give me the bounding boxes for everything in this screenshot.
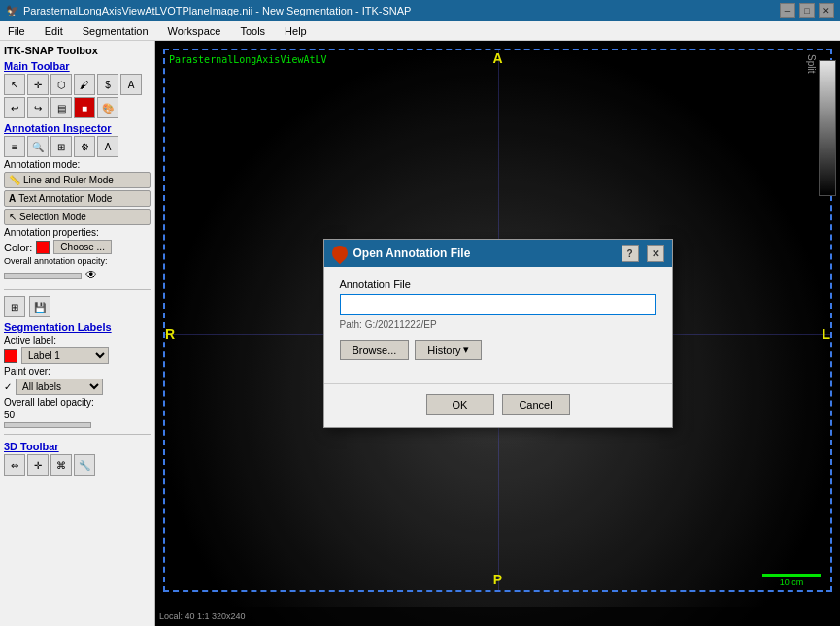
anno-tool5[interactable]: A (97, 136, 118, 157)
tool-polygon[interactable]: ⬡ (50, 74, 72, 95)
choose-color-btn[interactable]: Choose ... (53, 240, 112, 254)
main-toolbar-row1: ↖ ✛ ⬡ 🖌 $ A (4, 74, 151, 95)
dialog-help-button[interactable]: ? (622, 245, 639, 262)
tool-arrow[interactable]: ↖ (4, 74, 25, 95)
sidebar: ITK-SNAP Toolbox Main Toolbar ↖ ✛ ⬡ 🖌 $ … (0, 41, 155, 626)
divider2 (4, 434, 151, 435)
label-opacity-slider[interactable] (4, 422, 91, 428)
annotation-opacity-control-row: 👁 (4, 268, 151, 283)
annotation-properties-label: Annotation properties: (4, 227, 151, 238)
color-swatch[interactable] (36, 241, 50, 254)
text-annotation-icon: A (9, 193, 16, 204)
toolbox-title: ITK-SNAP Toolbox (4, 45, 151, 56)
tool-crosshair[interactable]: ✛ (27, 74, 49, 95)
history-button[interactable]: History ▾ (415, 340, 481, 360)
active-label-swatch (4, 349, 17, 363)
line-ruler-icon: 📏 (9, 175, 20, 185)
annotation-opacity-label: Overall annotation opacity: (4, 256, 108, 266)
dialog-controls: ? ✕ (622, 245, 664, 262)
app-icon: 🦅 (6, 5, 19, 17)
visibility-eye-icon[interactable]: 👁 (85, 268, 101, 283)
paint-over-label: Paint over: (4, 366, 151, 377)
menu-file[interactable]: File (4, 25, 29, 37)
tool-brush[interactable]: 🖌 (74, 74, 95, 95)
dialog: Open Annotation File ? ✕ Annotation File… (323, 239, 673, 428)
label-opacity-control-row (4, 422, 151, 428)
bottom-icon1[interactable]: ⊞ (4, 296, 25, 317)
tool-stop[interactable]: ■ (74, 97, 95, 118)
ok-button[interactable]: OK (426, 394, 494, 415)
menu-help[interactable]: Help (281, 25, 311, 37)
color-row: Color: Choose ... (4, 240, 151, 254)
3d-tool4[interactable]: 🔧 (74, 454, 95, 476)
selection-icon: ↖ (9, 212, 17, 222)
annotation-mode-label: Annotation mode: (4, 159, 151, 170)
annotation-file-input[interactable] (340, 294, 656, 315)
dialog-titlebar: Open Annotation File ? ✕ (324, 240, 672, 267)
close-window-button[interactable]: ✕ (819, 3, 834, 18)
3d-tool2[interactable]: ✛ (27, 454, 49, 476)
dialog-body: Annotation File Path: G:/20211222/EP Bro… (324, 267, 672, 383)
dialog-path: Path: G:/20211222/EP (340, 319, 656, 330)
color-label: Color: (4, 242, 32, 253)
active-label-select[interactable]: Label 1 (21, 347, 109, 364)
anno-tool3[interactable]: ⊞ (50, 136, 72, 157)
main-toolbar-label: Main Toolbar (4, 60, 151, 72)
paint-over-select[interactable]: All labels (16, 379, 103, 395)
dialog-overlay: Open Annotation File ? ✕ Annotation File… (155, 41, 840, 626)
dialog-footer: OK Cancel (324, 383, 672, 427)
overall-label-opacity-value: 50 (4, 410, 33, 420)
content-area[interactable]: A R L P ParasternalLongAxisViewAtLV Spli… (155, 41, 840, 626)
paint-over-row: ✓ All labels (4, 379, 151, 395)
annotation-opacity-row: Overall annotation opacity: (4, 256, 151, 266)
tool-currency[interactable]: $ (97, 74, 118, 95)
dialog-app-icon (328, 243, 351, 265)
menu-segmentation[interactable]: Segmentation (79, 25, 152, 37)
title-bar: 🦅 ParasternalLongAxisViewAtLVOTPlaneImag… (0, 0, 840, 21)
maximize-button[interactable]: □ (799, 3, 815, 18)
dialog-titlebar-left: Open Annotation File (332, 246, 471, 261)
anno-tool2[interactable]: 🔍 (27, 136, 49, 157)
tool-layers[interactable]: ▤ (50, 97, 72, 118)
3d-tool3[interactable]: ⌘ (50, 454, 72, 476)
tool-text[interactable]: A (120, 74, 142, 95)
main-area: ITK-SNAP Toolbox Main Toolbar ↖ ✛ ⬡ 🖌 $ … (0, 41, 840, 626)
line-ruler-mode-btn[interactable]: 📏 Line and Ruler Mode (4, 172, 151, 188)
anno-tool4[interactable]: ⚙ (74, 136, 95, 157)
toolbar-3d-label: 3D Toolbar (4, 441, 151, 452)
main-toolbar-row2: ↩ ↪ ▤ ■ 🎨 (4, 97, 151, 118)
minimize-button[interactable]: ─ (780, 3, 795, 18)
dialog-title: Open Annotation File (353, 247, 471, 260)
active-label-row: Label 1 (4, 347, 151, 364)
window-title: ParasternalLongAxisViewAtLVOTPlaneImage.… (23, 5, 411, 16)
tool-undo[interactable]: ↩ (4, 97, 25, 118)
history-dropdown-arrow: ▾ (463, 344, 469, 356)
text-annotation-mode-btn[interactable]: A Text Annotation Mode (4, 190, 151, 207)
annotation-toolbar: ≡ 🔍 ⊞ ⚙ A (4, 136, 151, 157)
selection-mode-btn[interactable]: ↖ Selection Mode (4, 209, 151, 225)
3d-tool1[interactable]: ⇔ (4, 454, 25, 476)
tool-redo[interactable]: ↪ (27, 97, 49, 118)
segmentation-labels-label: Segmentation Labels (4, 321, 151, 333)
menu-edit[interactable]: Edit (41, 25, 67, 37)
title-bar-left: 🦅 ParasternalLongAxisViewAtLVOTPlaneImag… (6, 5, 411, 17)
divider1 (4, 289, 151, 290)
bottom-icons-row: ⊞ 💾 (4, 296, 151, 317)
title-bar-controls[interactable]: ─ □ ✕ (780, 3, 834, 18)
menu-bar: File Edit Segmentation Workspace Tools H… (0, 21, 840, 41)
tool-palette[interactable]: 🎨 (97, 97, 118, 118)
dialog-close-button[interactable]: ✕ (647, 245, 664, 262)
bottom-icon2[interactable]: 💾 (29, 296, 50, 317)
dialog-field-label: Annotation File (340, 279, 656, 290)
anno-tool1[interactable]: ≡ (4, 136, 25, 157)
menu-workspace[interactable]: Workspace (164, 25, 225, 37)
3d-toolbar-row: ⇔ ✛ ⌘ 🔧 (4, 454, 151, 476)
cancel-button[interactable]: Cancel (502, 394, 570, 415)
menu-tools[interactable]: Tools (236, 25, 269, 37)
annotation-opacity-slider[interactable] (4, 273, 82, 279)
dialog-action-buttons: Browse... History ▾ (340, 340, 656, 360)
annotation-inspector-label: Annotation Inspector (4, 122, 151, 134)
overall-label-opacity-label: Overall label opacity: (4, 397, 151, 408)
browse-button[interactable]: Browse... (340, 340, 410, 360)
active-label-label: Active label: (4, 335, 151, 346)
